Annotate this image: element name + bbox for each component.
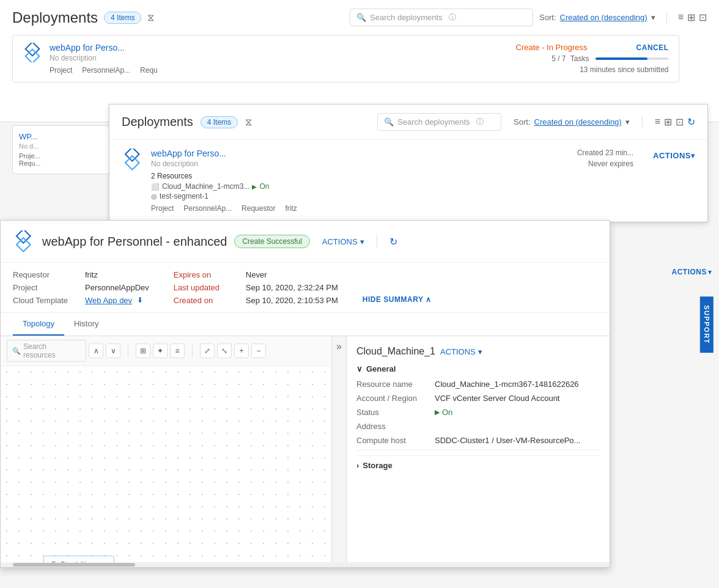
prop-status-value: ▶ On <box>435 408 452 417</box>
topo-expand-panel-btn[interactable]: » <box>332 336 347 562</box>
detail-actions-label[interactable]: ACTIONS <box>322 237 358 246</box>
support-button[interactable]: SUPPORT <box>700 296 713 353</box>
panel2-filter-icon[interactable]: ⧖ <box>245 117 252 128</box>
general-expand-icon: ∨ <box>356 364 363 373</box>
topo-zoom-in-btn[interactable]: + <box>234 344 249 358</box>
panel2-grid-view[interactable]: ⊞ <box>664 116 672 128</box>
storage-section-label: Storage <box>363 461 392 470</box>
prop-compute-value: SDDC-Cluster1 / User-VM-ResourcePo... <box>435 436 580 445</box>
topo-node-network[interactable]: ◎ Cloud_Networ... <box>43 556 114 562</box>
bg-search-icon: 🔍 <box>356 13 366 22</box>
topology-toolbar: 🔍 Search resources ∧ ∨ ⊞ ✦ ≡ ⤢ ⤡ + − <box>1 336 331 366</box>
bg-card1-icon <box>23 43 42 62</box>
topo-collapse-btn[interactable]: ⤡ <box>217 344 232 358</box>
panel2-refresh-icon[interactable]: ↻ <box>687 116 695 128</box>
detail-requestor-label: Requestor <box>13 270 80 279</box>
topo-sort-desc-icon[interactable]: ∨ <box>106 344 120 358</box>
panel2-card-body: webApp for Perso... No description 2 Res… <box>151 149 504 213</box>
tab-topology-label: Topology <box>23 319 54 328</box>
panel2-search-bar[interactable]: 🔍 Search deployments ⓘ <box>377 113 501 131</box>
prop-status: Status ▶ On <box>356 408 600 417</box>
topo-expand-btn[interactable]: ⤢ <box>200 344 215 358</box>
bg-card2-requestor: Requ... <box>19 160 103 167</box>
bg-card1-tasks: 5 / 7 Tasks <box>551 54 589 63</box>
bg-card1-progress-bar-wrap <box>595 57 669 60</box>
panel2-resources-count: 2 Resources <box>151 172 504 180</box>
detail-ct-value[interactable]: Web App dev <box>85 296 132 305</box>
tab-history[interactable]: History <box>64 313 108 336</box>
bg-card-2: WP... No d... Proje... Requ... <box>12 125 110 174</box>
bg-page-title: Deployments <box>12 9 98 26</box>
panel2-card-title[interactable]: webApp for Perso... <box>151 149 504 158</box>
topology-area: 🔍 Search resources ∧ ∨ ⊞ ✦ ≡ ⤢ ⤡ + − <box>1 336 610 562</box>
storage-expand-icon: › <box>356 461 359 470</box>
panel2-sort-chevron[interactable]: ▾ <box>625 117 630 127</box>
right-actions-1[interactable]: ACTIONS ▾ <box>665 263 720 281</box>
storage-section-header[interactable]: › Storage <box>356 455 600 470</box>
topology-right-panel: Cloud_Machine_1 ACTIONS ▾ ∨ General Reso… <box>347 336 610 562</box>
general-section-label: General <box>366 364 396 373</box>
tab-history-label: History <box>74 319 98 328</box>
bg-sort-value[interactable]: Created on (descending) <box>560 13 647 22</box>
detail-status-badge: Create Successful <box>234 235 309 248</box>
bg-card-1: webApp for Perso... No description Proje… <box>12 35 679 83</box>
panel2-card: webApp for Perso... No description 2 Res… <box>109 140 707 222</box>
general-section-header[interactable]: ∨ General <box>356 364 600 373</box>
panel2-card-right: Created 23 min... Never expires <box>511 149 633 168</box>
topo-zoom-out-btn[interactable]: − <box>251 344 266 358</box>
bg-card1-progress-row: 5 / 7 Tasks <box>551 54 668 63</box>
right-actions-1-label[interactable]: ACTIONS <box>672 268 707 276</box>
bg-list-view-icon[interactable]: ≡ <box>678 12 684 23</box>
bg-sort-label: Sort: <box>539 13 556 22</box>
bg-badge: 4 Items <box>104 12 141 24</box>
panel2-resource2: test-segment-1 <box>160 192 208 200</box>
panel2-divider <box>642 116 643 128</box>
panel2-grid2-view[interactable]: ⊡ <box>676 116 684 128</box>
bg-card2-meta: Proje... <box>19 152 103 160</box>
detail-project-value: PersonnelAppDev <box>85 283 149 292</box>
panel2-machine-icon: ⬜ <box>151 183 160 191</box>
topo-node-view-btn[interactable]: ✦ <box>153 344 168 358</box>
resource-actions-label[interactable]: ACTIONS <box>440 347 476 356</box>
bg-search-bar[interactable]: 🔍 Search deployments ⓘ <box>350 9 533 26</box>
detail-summary: Requestor fritz Project PersonnelAppDev … <box>1 263 610 313</box>
bg-card1-cancel[interactable]: CANCEL <box>636 43 669 52</box>
resource-header: Cloud_Machine_1 ACTIONS ▾ <box>356 346 600 357</box>
scrollbar-thumb[interactable] <box>13 563 135 567</box>
bg-filter-icon[interactable]: ⧖ <box>147 12 154 23</box>
detail-actions-btn[interactable]: ACTIONS ▾ <box>322 237 364 246</box>
panel2-sort-value[interactable]: Created on (descending) <box>534 117 622 127</box>
tab-topology[interactable]: Topology <box>13 313 64 336</box>
bg-grid2-view-icon[interactable]: ⊡ <box>699 12 707 23</box>
deployments-panel-2: Deployments 4 Items ⧖ 🔍 Search deploymen… <box>109 104 708 222</box>
resource-title: Cloud_Machine_1 <box>356 346 435 357</box>
panel2-card-actions[interactable]: ACTIONS ▾ <box>653 149 695 160</box>
bottom-scrollbar[interactable] <box>1 562 610 567</box>
detail-app-icon <box>13 230 35 252</box>
panel2-expires: Never expires <box>588 160 633 168</box>
bg-divider <box>666 12 667 24</box>
bg-grid-view-icon[interactable]: ⊞ <box>687 12 695 23</box>
bg-card2-title[interactable]: WP... <box>19 132 103 141</box>
bg-card1-title[interactable]: webApp for Perso... <box>50 43 509 53</box>
bg-header: Deployments 4 Items ⧖ 🔍 Search deploymen… <box>12 9 707 26</box>
detail-refresh-btn[interactable]: ↻ <box>389 236 397 248</box>
panel2-actions-btn[interactable]: ACTIONS <box>653 151 691 160</box>
resource-actions-chevron[interactable]: ▾ <box>478 347 482 356</box>
prop-compute-host: Compute host SDDC-Cluster1 / User-VM-Res… <box>356 436 600 445</box>
prop-resource-name: Resource name Cloud_Machine_1-mcm367-148… <box>356 380 600 389</box>
topo-grid-view-btn[interactable]: ⊞ <box>136 344 150 358</box>
hide-summary-btn[interactable]: HIDE SUMMARY ∧ <box>363 295 432 304</box>
resource-actions-btn[interactable]: ACTIONS ▾ <box>440 347 482 356</box>
topo-search-input[interactable]: 🔍 Search resources <box>7 340 86 362</box>
topo-sort-asc-icon[interactable]: ∧ <box>89 344 103 358</box>
topo-list-view-btn[interactable]: ≡ <box>170 344 185 358</box>
detail-ct-download-icon[interactable]: ⬇ <box>137 296 143 305</box>
right-actions-1-chevron[interactable]: ▾ <box>708 268 712 276</box>
panel2-list-view[interactable]: ≡ <box>655 116 660 128</box>
panel2-actions-chevron[interactable]: ▾ <box>691 151 695 160</box>
detail-actions-chevron[interactable]: ▾ <box>360 237 364 246</box>
bg-sort-chevron[interactable]: ▾ <box>651 13 655 22</box>
prop-address: Address <box>356 422 600 431</box>
prop-account-label: Account / Region <box>356 394 430 403</box>
